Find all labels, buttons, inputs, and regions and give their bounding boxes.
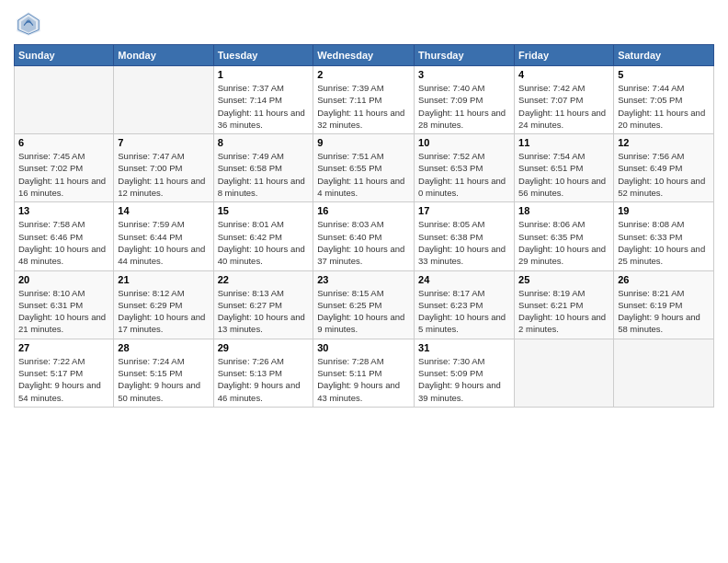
calendar-cell: 25Sunrise: 8:19 AMSunset: 6:21 PMDayligh… xyxy=(515,270,614,339)
day-info: Sunrise: 8:15 AMSunset: 6:25 PMDaylight:… xyxy=(317,287,410,336)
calendar-cell: 2Sunrise: 7:39 AMSunset: 7:11 PMDaylight… xyxy=(313,66,415,134)
day-info: Sunrise: 8:21 AMSunset: 6:19 PMDaylight:… xyxy=(618,287,710,336)
day-number: 16 xyxy=(317,205,410,216)
day-info: Sunrise: 7:52 AMSunset: 6:53 PMDaylight:… xyxy=(418,150,510,199)
calendar-header-tuesday: Tuesday xyxy=(213,45,313,66)
day-number: 24 xyxy=(418,274,510,285)
calendar-cell: 22Sunrise: 8:13 AMSunset: 6:27 PMDayligh… xyxy=(213,270,313,339)
day-info: Sunrise: 7:59 AMSunset: 6:44 PMDaylight:… xyxy=(118,218,209,267)
day-number: 9 xyxy=(317,137,410,148)
day-number: 10 xyxy=(418,137,510,148)
day-number: 5 xyxy=(618,69,710,80)
calendar-header-sunday: Sunday xyxy=(15,45,114,66)
calendar-cell: 7Sunrise: 7:47 AMSunset: 7:00 PMDaylight… xyxy=(114,134,213,202)
day-number: 3 xyxy=(418,69,510,80)
day-info: Sunrise: 7:26 AMSunset: 5:13 PMDaylight:… xyxy=(218,355,310,404)
day-number: 22 xyxy=(218,274,310,285)
day-info: Sunrise: 8:12 AMSunset: 6:29 PMDaylight:… xyxy=(118,287,209,336)
day-info: Sunrise: 7:54 AMSunset: 6:51 PMDaylight:… xyxy=(518,150,609,199)
day-info: Sunrise: 8:17 AMSunset: 6:23 PMDaylight:… xyxy=(418,287,510,336)
day-info: Sunrise: 8:05 AMSunset: 6:38 PMDaylight:… xyxy=(418,218,510,267)
calendar-header-monday: Monday xyxy=(114,45,213,66)
calendar-cell: 24Sunrise: 8:17 AMSunset: 6:23 PMDayligh… xyxy=(415,270,515,339)
calendar-header-wednesday: Wednesday xyxy=(313,45,415,66)
calendar-cell: 21Sunrise: 8:12 AMSunset: 6:29 PMDayligh… xyxy=(114,270,213,339)
calendar-cell: 11Sunrise: 7:54 AMSunset: 6:51 PMDayligh… xyxy=(515,134,614,202)
calendar-cell: 8Sunrise: 7:49 AMSunset: 6:58 PMDaylight… xyxy=(213,134,313,202)
day-info: Sunrise: 7:39 AMSunset: 7:11 PMDaylight:… xyxy=(317,82,410,131)
calendar-cell: 23Sunrise: 8:15 AMSunset: 6:25 PMDayligh… xyxy=(313,270,415,339)
day-number: 14 xyxy=(118,205,209,216)
day-number: 7 xyxy=(118,137,209,148)
day-info: Sunrise: 7:56 AMSunset: 6:49 PMDaylight:… xyxy=(618,150,710,199)
calendar-week-2: 13Sunrise: 7:58 AMSunset: 6:46 PMDayligh… xyxy=(15,202,714,270)
day-info: Sunrise: 7:51 AMSunset: 6:55 PMDaylight:… xyxy=(317,150,410,199)
day-info: Sunrise: 8:06 AMSunset: 6:35 PMDaylight:… xyxy=(518,218,609,267)
calendar-cell xyxy=(114,66,213,134)
day-info: Sunrise: 7:40 AMSunset: 7:09 PMDaylight:… xyxy=(418,82,510,131)
day-number: 6 xyxy=(18,137,109,148)
day-number: 27 xyxy=(18,342,109,353)
calendar-week-3: 20Sunrise: 8:10 AMSunset: 6:31 PMDayligh… xyxy=(15,270,714,339)
logo-icon xyxy=(14,9,43,39)
calendar-cell: 26Sunrise: 8:21 AMSunset: 6:19 PMDayligh… xyxy=(614,270,714,339)
calendar-cell: 9Sunrise: 7:51 AMSunset: 6:55 PMDaylight… xyxy=(313,134,415,202)
day-info: Sunrise: 7:30 AMSunset: 5:09 PMDaylight:… xyxy=(418,355,510,404)
day-info: Sunrise: 7:49 AMSunset: 6:58 PMDaylight:… xyxy=(218,150,310,199)
day-info: Sunrise: 8:19 AMSunset: 6:21 PMDaylight:… xyxy=(518,287,609,336)
day-info: Sunrise: 7:22 AMSunset: 5:17 PMDaylight:… xyxy=(18,355,109,404)
day-info: Sunrise: 8:01 AMSunset: 6:42 PMDaylight:… xyxy=(218,218,310,267)
calendar-cell: 10Sunrise: 7:52 AMSunset: 6:53 PMDayligh… xyxy=(415,134,515,202)
calendar-header-row: SundayMondayTuesdayWednesdayThursdayFrid… xyxy=(15,45,714,66)
calendar-cell: 4Sunrise: 7:42 AMSunset: 7:07 PMDaylight… xyxy=(515,66,614,134)
calendar-cell: 16Sunrise: 8:03 AMSunset: 6:40 PMDayligh… xyxy=(313,202,415,270)
calendar-week-4: 27Sunrise: 7:22 AMSunset: 5:17 PMDayligh… xyxy=(15,339,714,407)
calendar-cell: 12Sunrise: 7:56 AMSunset: 6:49 PMDayligh… xyxy=(614,134,714,202)
day-number: 26 xyxy=(618,274,710,285)
calendar-cell: 15Sunrise: 8:01 AMSunset: 6:42 PMDayligh… xyxy=(213,202,313,270)
day-number: 30 xyxy=(317,342,410,353)
day-info: Sunrise: 8:08 AMSunset: 6:33 PMDaylight:… xyxy=(618,218,710,267)
day-number: 11 xyxy=(518,137,609,148)
calendar: SundayMondayTuesdayWednesdayThursdayFrid… xyxy=(14,44,714,408)
day-info: Sunrise: 8:10 AMSunset: 6:31 PMDaylight:… xyxy=(18,287,109,336)
calendar-header-saturday: Saturday xyxy=(614,45,714,66)
calendar-week-0: 1Sunrise: 7:37 AMSunset: 7:14 PMDaylight… xyxy=(15,66,714,134)
calendar-cell: 13Sunrise: 7:58 AMSunset: 6:46 PMDayligh… xyxy=(15,202,114,270)
day-number: 28 xyxy=(118,342,209,353)
day-number: 1 xyxy=(218,69,310,80)
day-info: Sunrise: 7:47 AMSunset: 7:00 PMDaylight:… xyxy=(118,150,209,199)
day-number: 13 xyxy=(18,205,109,216)
day-number: 15 xyxy=(218,205,310,216)
day-number: 4 xyxy=(518,69,609,80)
day-number: 25 xyxy=(518,274,609,285)
day-info: Sunrise: 7:28 AMSunset: 5:11 PMDaylight:… xyxy=(317,355,410,404)
day-number: 21 xyxy=(118,274,209,285)
calendar-cell: 19Sunrise: 8:08 AMSunset: 6:33 PMDayligh… xyxy=(614,202,714,270)
logo xyxy=(14,9,47,39)
calendar-cell: 3Sunrise: 7:40 AMSunset: 7:09 PMDaylight… xyxy=(415,66,515,134)
day-info: Sunrise: 7:44 AMSunset: 7:05 PMDaylight:… xyxy=(618,82,710,131)
day-number: 29 xyxy=(218,342,310,353)
day-number: 8 xyxy=(218,137,310,148)
day-info: Sunrise: 7:58 AMSunset: 6:46 PMDaylight:… xyxy=(18,218,109,267)
calendar-week-1: 6Sunrise: 7:45 AMSunset: 7:02 PMDaylight… xyxy=(15,134,714,202)
calendar-cell: 1Sunrise: 7:37 AMSunset: 7:14 PMDaylight… xyxy=(213,66,313,134)
day-number: 2 xyxy=(317,69,410,80)
day-info: Sunrise: 7:45 AMSunset: 7:02 PMDaylight:… xyxy=(18,150,109,199)
day-info: Sunrise: 7:37 AMSunset: 7:14 PMDaylight:… xyxy=(218,82,310,131)
header xyxy=(14,9,714,39)
calendar-cell: 29Sunrise: 7:26 AMSunset: 5:13 PMDayligh… xyxy=(213,339,313,407)
calendar-cell: 6Sunrise: 7:45 AMSunset: 7:02 PMDaylight… xyxy=(15,134,114,202)
calendar-cell: 28Sunrise: 7:24 AMSunset: 5:15 PMDayligh… xyxy=(114,339,213,407)
day-number: 20 xyxy=(18,274,109,285)
day-number: 18 xyxy=(518,205,609,216)
calendar-cell: 31Sunrise: 7:30 AMSunset: 5:09 PMDayligh… xyxy=(415,339,515,407)
calendar-cell: 20Sunrise: 8:10 AMSunset: 6:31 PMDayligh… xyxy=(15,270,114,339)
page: SundayMondayTuesdayWednesdayThursdayFrid… xyxy=(0,0,728,417)
calendar-cell: 17Sunrise: 8:05 AMSunset: 6:38 PMDayligh… xyxy=(415,202,515,270)
calendar-cell xyxy=(614,339,714,407)
calendar-cell xyxy=(515,339,614,407)
calendar-cell: 30Sunrise: 7:28 AMSunset: 5:11 PMDayligh… xyxy=(313,339,415,407)
day-number: 17 xyxy=(418,205,510,216)
